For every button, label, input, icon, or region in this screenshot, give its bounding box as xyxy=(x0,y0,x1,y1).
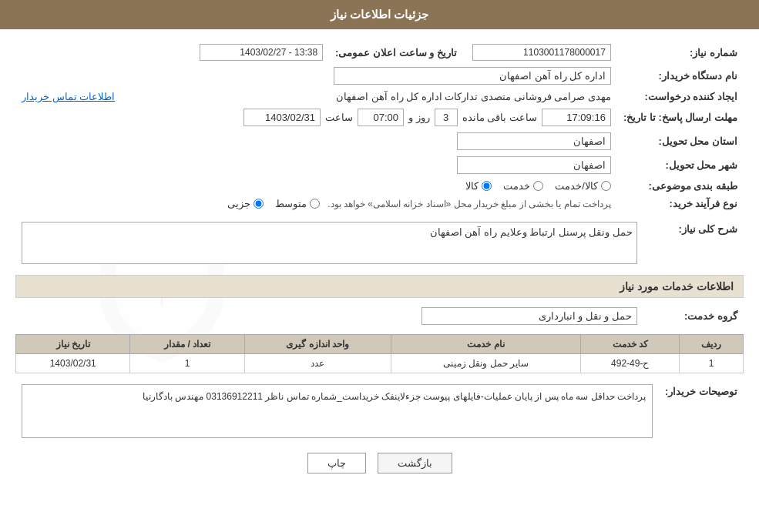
deadline-remaining-label: ساعت باقی مانده xyxy=(462,112,537,123)
buyer-notes-value: پرداخت حداقل سه ماه پس از پایان عملیات-ف… xyxy=(22,384,653,438)
need-number-value: 1103001178000017 xyxy=(472,44,611,61)
col-service-name: نام خدمت xyxy=(391,335,581,354)
purchase-type-medium-label: متوسط xyxy=(275,198,307,209)
province-label: استان محل تحویل: xyxy=(617,129,744,153)
col-date: تاریخ نیاز xyxy=(16,335,130,354)
col-quantity: تعداد / مقدار xyxy=(130,335,244,354)
category-option-khedmat[interactable]: خدمت xyxy=(503,180,543,192)
category-option-kala-khedmat[interactable]: کالا/خدمت xyxy=(555,180,611,192)
deadline-remaining-value: 17:09:16 xyxy=(542,109,611,126)
cell-quantity: 1 xyxy=(130,354,244,373)
col-service-code: کد خدمت xyxy=(581,335,680,354)
city-value: اصفهان xyxy=(457,156,611,174)
deadline-days-value: 3 xyxy=(435,109,458,126)
purchase-type-label: نوع فرآیند خرید: xyxy=(617,195,744,212)
purchase-type-note: پرداخت تمام یا بخشی از مبلغ خریدار محل «… xyxy=(327,199,611,209)
deadline-time-label: ساعت xyxy=(325,112,353,123)
deadline-days-label: روز و xyxy=(408,112,430,123)
cell-service-code: ح-49-492 xyxy=(581,354,680,373)
services-table: ردیف کد خدمت نام خدمت واحد اندازه گیری ت… xyxy=(15,334,744,373)
page-header: جزئیات اطلاعات نیاز xyxy=(0,0,759,29)
cell-service-name: سایر حمل ونقل زمینی xyxy=(391,354,581,373)
print-button[interactable]: چاپ xyxy=(307,453,366,473)
deadline-time-value: 07:00 xyxy=(358,109,404,126)
announcement-date-value: 1403/02/27 - 13:38 xyxy=(200,44,323,61)
creator-value: مهدی صرامی فروشانی متصدی تدارکات اداره ک… xyxy=(336,91,611,102)
purchase-type-medium[interactable]: متوسط xyxy=(275,198,320,209)
page-title: جزئیات اطلاعات نیاز xyxy=(331,8,428,21)
creator-label: ایجاد کننده درخواست: xyxy=(617,88,744,105)
city-label: شهر محل تحویل: xyxy=(617,153,744,177)
action-buttons: بازگشت چاپ xyxy=(15,453,744,473)
service-group-label: گروه خدمت: xyxy=(643,304,744,328)
table-row: 1 ح-49-492 سایر حمل ونقل زمینی عدد 1 140… xyxy=(16,354,744,373)
contact-info-link[interactable]: اطلاعات تماس خریدار xyxy=(22,91,115,102)
service-group-value: حمل و نقل و انبارداری xyxy=(421,307,637,325)
province-value: اصفهان xyxy=(457,132,611,150)
category-kala-khedmat-label: کالا/خدمت xyxy=(555,180,598,192)
need-description-value: حمل ونقل پرسنل ارتباط وعلایم راه آهن اصف… xyxy=(22,222,637,264)
col-row-num: ردیف xyxy=(680,335,744,354)
category-kala-label: کالا xyxy=(465,180,479,192)
need-number-label: شماره نیاز: xyxy=(617,41,744,64)
category-option-kala[interactable]: کالا xyxy=(465,180,492,192)
purchase-type-partial[interactable]: جزیی xyxy=(227,198,264,209)
col-unit: واحد اندازه گیری xyxy=(244,335,391,354)
cell-row-num: 1 xyxy=(680,354,744,373)
category-khedmat-label: خدمت xyxy=(503,180,530,192)
services-section-header: اطلاعات خدمات مورد نیاز xyxy=(15,275,744,298)
category-label: طبقه بندی موضوعی: xyxy=(617,177,744,195)
buyer-org-label: نام دستگاه خریدار: xyxy=(617,64,744,88)
cell-date: 1403/02/31 xyxy=(16,354,130,373)
need-description-label: شرح کلی نیاز: xyxy=(643,219,744,267)
buyer-notes-label: توصیحات خریدار: xyxy=(659,381,744,441)
cell-unit: عدد xyxy=(244,354,391,373)
deadline-date-value: 1403/02/31 xyxy=(243,109,321,126)
buyer-org-value: اداره کل راه آهن اصفهان xyxy=(334,67,611,85)
announcement-date-label: تاریخ و ساعت اعلان عمومی: xyxy=(329,41,463,64)
back-button[interactable]: بازگشت xyxy=(378,453,452,473)
deadline-label: مهلت ارسال پاسخ: تا تاریخ: xyxy=(617,105,744,129)
purchase-type-partial-label: جزیی xyxy=(227,198,250,209)
